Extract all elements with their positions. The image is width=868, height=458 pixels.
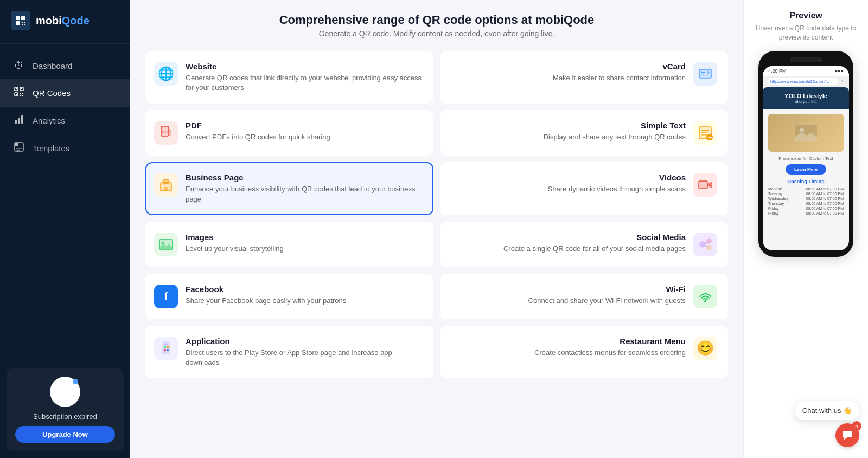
svg-rect-11 — [21, 88, 22, 89]
phone-signal: ●●● — [835, 68, 844, 74]
subscription-expired-text: Subscription expired — [15, 412, 115, 421]
svg-rect-14 — [22, 93, 23, 94]
upgrade-now-button[interactable]: Upgrade Now — [15, 426, 115, 443]
svg-rect-13 — [20, 93, 21, 94]
sidebar-item-dashboard[interactable]: ⏱ Dashboard — [0, 53, 130, 79]
qr-type-name: Wi-Fi — [528, 285, 686, 294]
hours-row: Tuesday08:00 AM to 07:00 PM — [768, 191, 844, 196]
svg-point-51 — [707, 239, 711, 243]
qr-type-name: PDF — [186, 121, 330, 130]
qr-card-application[interactable]: Application Direct users to the Play Sto… — [145, 326, 433, 378]
website-icon: 🌐 — [154, 62, 178, 86]
svg-rect-35 — [701, 130, 709, 131]
browser-url: https://www.example23.com/... — [767, 78, 838, 85]
qr-type-name: Website — [186, 62, 423, 71]
images-icon — [154, 233, 178, 256]
svg-rect-6 — [24, 24, 25, 25]
svg-rect-61 — [167, 349, 169, 351]
svg-rect-32 — [169, 131, 171, 136]
svg-rect-27 — [701, 74, 704, 75]
svg-rect-22 — [16, 148, 22, 149]
svg-rect-17 — [15, 120, 17, 124]
chat-badge: 5 — [852, 421, 861, 431]
templates-icon — [13, 142, 25, 154]
svg-point-50 — [700, 242, 705, 247]
sidebar-item-templates[interactable]: Templates — [0, 134, 130, 162]
qr-type-name: Facebook — [186, 285, 346, 294]
qr-type-desc: Generate QR codes that link directly to … — [186, 73, 423, 93]
qr-card-simpletext[interactable]: ✏ Simple Text Display and share any text… — [440, 110, 728, 156]
svg-rect-58 — [164, 346, 166, 348]
restaurantmenu-icon: 😊 — [693, 337, 717, 360]
main-content: Comprehensive range of QR code options a… — [130, 0, 743, 458]
hours-row: Thursday08:00 AM to 07:00 PM — [768, 201, 844, 206]
qr-type-name: Application — [186, 337, 423, 346]
browser-menu-icon: ⋮ — [840, 79, 845, 84]
qr-type-name: Simple Text — [544, 121, 686, 130]
logo-text: mobiQode — [36, 15, 90, 27]
svg-rect-4 — [24, 22, 25, 23]
svg-rect-3 — [22, 22, 23, 23]
timer-dot — [73, 379, 78, 384]
svg-rect-12 — [16, 94, 17, 95]
qrcode-icon — [13, 87, 25, 99]
chat-fab-button[interactable]: 5 — [835, 423, 859, 447]
sidebar-item-analytics[interactable]: Analytics — [0, 107, 130, 134]
svg-rect-28 — [707, 71, 710, 74]
qr-type-name: Images — [186, 233, 284, 242]
phone-screen: 4:20 PM ●●● https://www.example23.com/..… — [763, 66, 849, 250]
qr-type-desc: Share your Facebook page easily with you… — [186, 296, 346, 306]
qr-type-desc: Create contactless menus for seamless or… — [534, 348, 686, 358]
facebook-icon: f — [154, 285, 178, 308]
dashboard-icon: ⏱ — [13, 60, 25, 72]
qr-card-images[interactable]: Images Level up your visual storytelling — [145, 222, 433, 267]
page-title: Comprehensive range of QR code options a… — [145, 13, 728, 27]
qr-types-grid: 🌐 Website Generate QR codes that link di… — [145, 51, 728, 378]
qr-card-wifi[interactable]: Wi-Fi Connect and share your Wi-Fi netwo… — [440, 274, 728, 319]
qr-card-socialmedia[interactable]: Social Media Create a single QR code for… — [440, 222, 728, 267]
sidebar-item-qrcodes[interactable]: QR Codes — [0, 79, 130, 107]
svg-rect-16 — [22, 95, 23, 96]
qr-type-desc: Level up your visual storytelling — [186, 244, 284, 254]
qr-card-pdf[interactable]: PDF PDF Convert PDFs into QR codes for q… — [145, 110, 433, 156]
svg-rect-26 — [701, 72, 705, 73]
svg-rect-15 — [20, 95, 21, 96]
sidebar-item-label: Analytics — [33, 116, 65, 125]
qr-card-website[interactable]: 🌐 Website Generate QR codes that link di… — [145, 51, 433, 104]
videos-icon — [693, 173, 717, 197]
phone-custom-text: Placeholder for Custom Text — [768, 156, 844, 161]
svg-rect-19 — [21, 115, 23, 124]
vcard-icon — [693, 62, 717, 86]
qr-type-desc: Convert PDFs into QR codes for quick sha… — [186, 132, 330, 142]
sidebar-item-label: Dashboard — [33, 61, 72, 70]
qr-type-name: Business Page — [186, 173, 423, 182]
analytics-icon — [13, 114, 25, 127]
svg-rect-36 — [701, 132, 707, 133]
qr-type-name: Social Media — [503, 233, 686, 242]
svg-rect-21 — [15, 143, 18, 146]
svg-rect-0 — [16, 16, 20, 20]
application-icon — [154, 337, 178, 360]
qr-type-name: vCard — [553, 62, 686, 71]
qr-type-desc: Share dynamic videos through simple scan… — [548, 184, 686, 194]
preview-title: Preview — [789, 11, 822, 21]
phone-time: 4:20 PM — [768, 68, 787, 74]
chat-widget[interactable]: Chat with us 👋 — [795, 401, 859, 420]
qr-card-facebook[interactable]: f Facebook Share your Facebook page easi… — [145, 274, 433, 319]
qr-card-videos[interactable]: Videos Share dynamic videos through simp… — [440, 162, 728, 215]
svg-point-52 — [707, 246, 711, 250]
subscription-timer-icon: ⏱ — [50, 377, 80, 407]
pdf-icon: PDF — [154, 121, 178, 145]
sidebar-logo: mobiQode — [0, 0, 130, 44]
qr-card-restaurantmenu[interactable]: 😊 Restaurant Menu Create contactless men… — [440, 326, 728, 378]
preview-subtitle: Hover over a QR code data type to previe… — [752, 24, 859, 42]
phone-mockup: 4:20 PM ●●● https://www.example23.com/..… — [758, 51, 853, 257]
hours-row: Monday08:00 AM to 07:00 PM — [768, 186, 844, 191]
phone-learn-more-button[interactable]: Learn More — [786, 164, 826, 175]
hours-row: Friday08:00 AM to 07:00 PM — [768, 206, 844, 211]
qr-card-businesspage[interactable]: Business Page Enhance your business visi… — [145, 162, 433, 215]
phone-notch — [790, 57, 822, 62]
qr-type-desc: Connect and share your Wi-Fi network wit… — [528, 296, 686, 306]
qr-card-vcard[interactable]: vCard Make it easier to share contact in… — [440, 51, 728, 104]
sidebar-item-label: QR Codes — [33, 88, 71, 98]
